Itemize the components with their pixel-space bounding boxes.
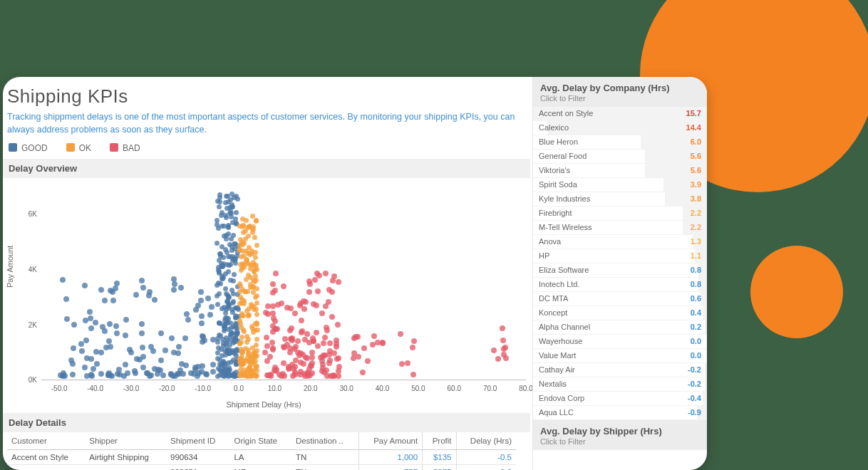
- data-point[interactable]: [365, 358, 371, 364]
- data-point[interactable]: [268, 372, 274, 377]
- data-point[interactable]: [215, 340, 220, 345]
- data-point[interactable]: [89, 373, 95, 379]
- data-point[interactable]: [250, 326, 255, 331]
- data-point[interactable]: [232, 272, 237, 277]
- data-point[interactable]: [324, 325, 329, 330]
- data-point[interactable]: [336, 373, 341, 379]
- data-point[interactable]: [98, 350, 104, 355]
- data-point[interactable]: [207, 312, 213, 318]
- data-point[interactable]: [230, 310, 235, 315]
- data-point[interactable]: [210, 369, 216, 375]
- data-point[interactable]: [254, 267, 259, 272]
- data-point[interactable]: [223, 200, 228, 205]
- data-point[interactable]: [232, 241, 237, 246]
- data-point[interactable]: [195, 373, 200, 379]
- data-point[interactable]: [254, 286, 259, 291]
- data-point[interactable]: [215, 302, 220, 307]
- data-point[interactable]: [200, 363, 205, 369]
- data-point[interactable]: [247, 365, 252, 370]
- data-point[interactable]: [171, 287, 177, 293]
- legend-good[interactable]: GOOD: [9, 143, 48, 153]
- data-point[interactable]: [299, 318, 304, 323]
- data-point[interactable]: [204, 372, 210, 377]
- data-point[interactable]: [128, 350, 134, 355]
- data-point[interactable]: [113, 323, 119, 329]
- data-point[interactable]: [227, 348, 232, 352]
- data-point[interactable]: [315, 343, 321, 349]
- data-point[interactable]: [315, 288, 321, 294]
- data-point[interactable]: [228, 262, 233, 267]
- data-point[interactable]: [251, 227, 256, 232]
- data-point[interactable]: [178, 285, 184, 291]
- data-point[interactable]: [500, 325, 505, 331]
- data-point[interactable]: [239, 254, 244, 259]
- company-bar-row[interactable]: M-Tell Wireless2.2: [533, 221, 707, 235]
- data-point[interactable]: [183, 362, 189, 368]
- data-point[interactable]: [242, 262, 247, 267]
- data-point[interactable]: [270, 290, 276, 296]
- data-point[interactable]: [224, 206, 229, 211]
- data-point[interactable]: [299, 330, 304, 335]
- data-point[interactable]: [110, 298, 116, 303]
- data-point[interactable]: [224, 236, 229, 241]
- data-point[interactable]: [229, 236, 234, 241]
- data-point[interactable]: [139, 321, 145, 327]
- data-point[interactable]: [175, 350, 181, 356]
- company-bar-row[interactable]: Kyle Industries3.8: [533, 192, 707, 207]
- company-bar-row[interactable]: Endova Corp-0.4: [533, 392, 707, 406]
- data-point[interactable]: [222, 318, 227, 323]
- data-point[interactable]: [306, 289, 312, 295]
- data-point[interactable]: [270, 310, 276, 316]
- data-point[interactable]: [398, 331, 403, 337]
- data-point[interactable]: [105, 372, 111, 378]
- data-point[interactable]: [254, 293, 259, 298]
- column-header[interactable]: Destination ..: [291, 432, 359, 450]
- data-point[interactable]: [193, 307, 199, 313]
- data-point[interactable]: [246, 313, 251, 318]
- data-point[interactable]: [312, 277, 318, 283]
- data-point[interactable]: [353, 334, 358, 340]
- data-point[interactable]: [198, 298, 204, 303]
- data-point[interactable]: [162, 348, 168, 353]
- data-point[interactable]: [63, 296, 69, 302]
- data-point[interactable]: [297, 303, 303, 308]
- data-point[interactable]: [284, 305, 290, 310]
- data-point[interactable]: [113, 286, 118, 291]
- data-point[interactable]: [254, 219, 259, 224]
- data-point[interactable]: [217, 367, 222, 372]
- scatter-plot-area[interactable]: -50.0-40.0-30.0-20.0-10.00.010.020.030.0…: [41, 187, 526, 380]
- data-point[interactable]: [254, 243, 259, 248]
- data-point[interactable]: [228, 197, 233, 202]
- data-point[interactable]: [88, 325, 94, 331]
- data-point[interactable]: [79, 348, 85, 354]
- data-point[interactable]: [210, 337, 216, 343]
- data-point[interactable]: [98, 287, 104, 293]
- data-point[interactable]: [222, 328, 227, 333]
- data-point[interactable]: [281, 345, 287, 350]
- data-point[interactable]: [230, 301, 235, 306]
- data-point[interactable]: [244, 277, 249, 282]
- company-bar-row[interactable]: Value Mart0.0: [533, 349, 707, 363]
- data-point[interactable]: [329, 314, 335, 320]
- data-point[interactable]: [139, 330, 145, 336]
- data-point[interactable]: [114, 330, 120, 336]
- data-point[interactable]: [306, 278, 312, 284]
- column-header[interactable]: Delay (Hrs): [456, 432, 516, 450]
- data-point[interactable]: [140, 285, 146, 291]
- data-point[interactable]: [108, 344, 113, 350]
- column-header[interactable]: Profit: [423, 432, 456, 450]
- data-point[interactable]: [254, 337, 259, 342]
- data-point[interactable]: [503, 355, 509, 361]
- data-point[interactable]: [327, 340, 333, 346]
- data-point[interactable]: [410, 345, 415, 350]
- data-point[interactable]: [234, 306, 239, 310]
- data-point[interactable]: [323, 303, 329, 309]
- company-bar-row[interactable]: Nextalis-0.2: [533, 377, 707, 392]
- data-point[interactable]: [169, 335, 175, 341]
- data-point[interactable]: [399, 361, 405, 367]
- data-point[interactable]: [222, 348, 227, 353]
- company-bar-row[interactable]: DC MTA0.6: [533, 292, 707, 306]
- data-point[interactable]: [240, 224, 245, 229]
- data-point[interactable]: [279, 301, 284, 306]
- data-point[interactable]: [326, 360, 332, 366]
